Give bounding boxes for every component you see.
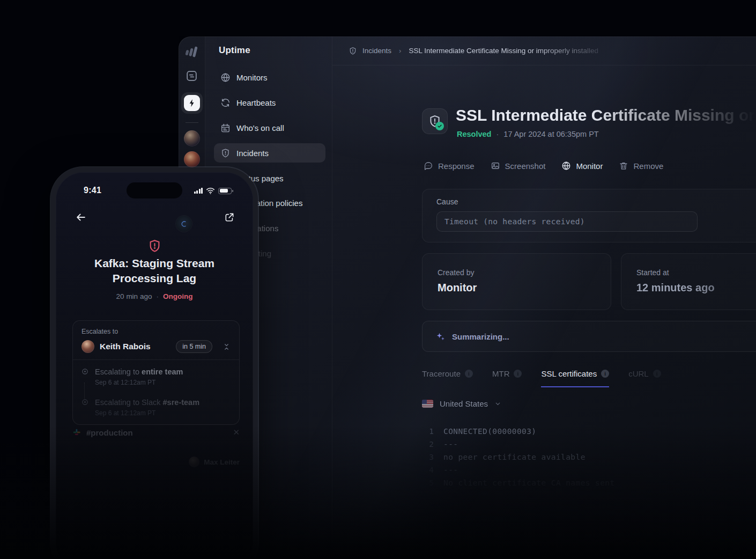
step-time: Sep 6 at 12:12am PT — [95, 409, 199, 417]
battery-icon — [218, 188, 232, 194]
external-link-icon[interactable] — [224, 212, 235, 223]
tab-label: cURL — [628, 369, 649, 378]
line-number: 1 — [422, 427, 434, 436]
image-icon — [491, 161, 500, 171]
dynamic-island — [127, 182, 182, 198]
sidebar-item-label: Monitors — [236, 73, 268, 82]
region-selector[interactable]: United States — [422, 399, 501, 408]
slack-channel-row[interactable]: #production ✕ — [72, 428, 240, 437]
sidebar-item-label: Who's on call — [236, 123, 284, 133]
terminal-line: 3no peer certificate available — [422, 451, 615, 464]
sidebar-item-label: Heartbeats — [236, 98, 276, 107]
line-number: 3 — [422, 453, 434, 461]
info-icon[interactable] — [601, 370, 609, 378]
screenshot-label: Screenshot — [505, 161, 546, 171]
phone-mockup: 9:41 Kafka: Staging Stream Processing La… — [51, 167, 258, 559]
sidebar-item-heartbeats[interactable]: Heartbeats — [214, 93, 325, 112]
globe-icon — [220, 72, 231, 83]
breadcrumb: Incidents › SSL Intermediate Certificate… — [332, 36, 756, 65]
screenshot-button[interactable]: Screenshot — [491, 161, 546, 171]
back-arrow-icon[interactable] — [75, 211, 87, 223]
cause-input[interactable]: Timeout (no headers received) — [436, 211, 698, 232]
started-at-label: Started at — [636, 268, 756, 277]
line-text: No client certificate CA names sent — [443, 479, 615, 487]
chevron-right-icon: › — [399, 47, 401, 55]
tab-mtr[interactable]: MTR — [492, 369, 522, 387]
tab-curl[interactable]: cURL — [628, 369, 661, 387]
diagnostics-tabs: Traceroute MTR SSL certificates cURL — [422, 369, 661, 387]
collapse-icon[interactable] — [223, 343, 231, 351]
line-number: 5 — [422, 479, 434, 487]
countdown-badge: in 5 min — [176, 340, 212, 353]
monitor-label: Monitor — [576, 161, 603, 171]
footer-person-name: Max Leiter — [204, 458, 240, 466]
tab-traceroute[interactable]: Traceroute — [422, 369, 473, 387]
phone-incident-meta: 20 min ago · Ongoing — [56, 292, 253, 300]
page: Uptime Monitors Heartbeats Who's on call… — [0, 0, 756, 559]
meta-separator: · — [156, 292, 159, 300]
ai-summary-card: Summarizing... — [422, 321, 756, 352]
signal-icon — [194, 188, 203, 194]
step-title: Escalating to Slack #sre-team — [95, 398, 199, 407]
sidebar-item-monitors[interactable]: Monitors — [214, 68, 325, 87]
cause-label: Cause — [436, 197, 753, 206]
escalation-timeline: Escalating to entire team Sep 6 at 12:12… — [73, 360, 239, 424]
close-icon[interactable]: ✕ — [233, 428, 240, 437]
avatar — [189, 457, 199, 467]
main-content: Incidents › SSL Intermediate Certificate… — [332, 36, 756, 559]
terminal-line: 4--- — [422, 464, 615, 476]
avatar[interactable] — [184, 130, 200, 146]
status-bar-time: 9:41 — [84, 186, 101, 195]
info-icon[interactable] — [514, 370, 522, 378]
ongoing-badge: Ongoing — [163, 292, 192, 300]
escalates-to-label: Escalates to — [81, 328, 231, 335]
terminal-line: 2--- — [422, 438, 615, 451]
product-title: Uptime — [219, 45, 250, 56]
monitor-button[interactable]: Monitor — [561, 161, 603, 171]
rail-divider — [186, 122, 198, 123]
breadcrumb-incidents-link[interactable]: Incidents — [362, 47, 391, 55]
info-icon[interactable] — [465, 370, 473, 378]
line-text: CONNECTED(00000003) — [443, 427, 536, 436]
escalation-step: Escalating to entire team Sep 6 at 12:12… — [81, 367, 231, 386]
action-bar: Response Screenshot Monitor Remove — [424, 161, 663, 171]
info-icon[interactable] — [653, 370, 661, 378]
shield-alert-icon — [220, 148, 231, 158]
panel-list-icon[interactable] — [185, 69, 198, 83]
incident-title: SSL Intermediate Certificate Missing or … — [456, 106, 756, 124]
summary-status-text: Summarizing... — [452, 332, 509, 341]
response-button[interactable]: Response — [424, 161, 475, 171]
timeline-node-icon — [81, 399, 88, 417]
escalation-person-row: Keith Rabois in 5 min — [81, 340, 231, 353]
betterstack-logo — [185, 42, 198, 57]
incident-timestamp: 17 Apr 2024 at 06:35pm PT — [503, 130, 598, 138]
sparkles-icon — [435, 332, 446, 342]
sidebar-item-incidents[interactable]: Incidents — [214, 143, 325, 163]
title-line-1: Kafka: Staging Stream — [56, 256, 253, 271]
incident-meta: Resolved · 17 Apr 2024 at 06:35pm PT — [457, 130, 599, 138]
terminal-line: 1CONNECTED(00000003) — [422, 425, 615, 438]
us-flag-icon — [422, 400, 433, 408]
sidebar-item-whos-on-call[interactable]: Who's on call — [214, 118, 325, 137]
chat-bubble-icon — [424, 161, 433, 171]
globe-icon — [561, 161, 571, 171]
shield-icon — [349, 47, 357, 55]
phone-incident-title: Kafka: Staging Stream Processing Lag — [56, 256, 253, 286]
breadcrumb-current: SSL Intermediate Certificate Missing or … — [409, 47, 618, 55]
wifi-icon — [206, 187, 215, 194]
line-text: --- — [443, 440, 458, 448]
title-line-2: Processing Lag — [56, 271, 253, 286]
uptime-app-selected[interactable] — [181, 92, 203, 114]
bolt-icon — [184, 95, 200, 111]
avatar[interactable] — [184, 151, 200, 167]
phone-screen: 9:41 Kafka: Staging Stream Processing La… — [56, 172, 253, 559]
started-at-card: Started at 12 minutes ago — [621, 253, 756, 310]
line-number: 2 — [422, 440, 434, 448]
incident-type-icon — [422, 108, 448, 134]
status-badge: Resolved — [457, 130, 491, 138]
person-name: Keith Rabois — [100, 342, 171, 351]
line-text: --- — [443, 466, 458, 474]
tab-ssl-certificates[interactable]: SSL certificates — [541, 369, 609, 387]
terminal-line: 5No client certificate CA names sent — [422, 476, 615, 489]
remove-button[interactable]: Remove — [619, 161, 663, 171]
